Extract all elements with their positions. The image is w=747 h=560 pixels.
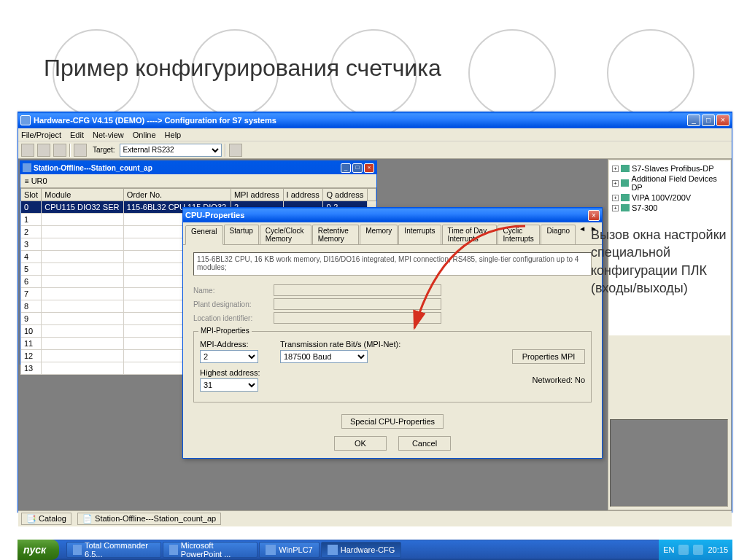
annotation-text: Вызов окна настройки специальной конфигу… xyxy=(591,226,733,297)
tree-item[interactable]: +S7-300 xyxy=(612,203,727,213)
tray-icon[interactable] xyxy=(693,545,703,555)
tab-tod[interactable]: Time of Day Interrupts xyxy=(442,225,497,244)
location-input[interactable] xyxy=(274,312,441,324)
taskbar-item[interactable]: WinPLC7 xyxy=(259,542,319,558)
tool-icon[interactable] xyxy=(21,144,34,157)
cpu-properties-dialog: CPU-Properties × General Startup Cycle/C… xyxy=(182,207,603,459)
col-iaddr: I address xyxy=(283,189,323,201)
tree-item[interactable]: +Additional Field Devices DP xyxy=(612,174,727,192)
app-window: Hardware-CFG V4.15 (DEMO) ----> Configur… xyxy=(18,112,732,513)
highest-addr-label: Highest address: xyxy=(200,368,260,377)
dialog-title: CPU-Properties xyxy=(185,211,588,219)
close-button[interactable]: × xyxy=(716,114,729,126)
menu-edit[interactable]: Edit xyxy=(70,131,84,139)
dialog-tabs: General Startup Cycle/Clock Memory Reten… xyxy=(183,222,602,245)
menu-netview[interactable]: Net-view xyxy=(93,131,124,139)
folder-icon xyxy=(621,179,630,187)
mpi-rate-label: Transmission rate Bit/s (MPI-Net): xyxy=(280,340,400,349)
system-tray: EN 20:15 xyxy=(659,540,732,560)
col-order: Order No. xyxy=(123,189,231,201)
dialog-titlebar: CPU-Properties × xyxy=(183,208,602,222)
tool-icon[interactable] xyxy=(229,144,242,157)
tab-cycle[interactable]: Cycle/Clock Memory xyxy=(260,225,311,244)
tool-icon[interactable] xyxy=(74,144,87,157)
networked-value: No xyxy=(575,376,585,384)
tree-expand-icon[interactable]: + xyxy=(612,166,619,172)
tree-expand-icon[interactable]: + xyxy=(612,180,619,187)
cancel-button[interactable]: Cancel xyxy=(398,436,451,451)
highest-addr-select[interactable]: 31 xyxy=(200,378,258,392)
station-icon xyxy=(23,163,31,172)
tool-icon[interactable] xyxy=(53,144,66,157)
app-titlebar: Hardware-CFG V4.15 (DEMO) ----> Configur… xyxy=(18,112,732,128)
station-maximize-button[interactable]: □ xyxy=(352,163,363,173)
location-label: Location identifier: xyxy=(193,314,274,322)
taskbar-item[interactable]: Total Commander 6.5... xyxy=(66,542,161,558)
app-icon xyxy=(169,545,178,555)
special-cpu-properties-button[interactable]: Special CPU-Properties xyxy=(341,414,444,429)
taskbar-item[interactable]: Microsoft PowerPoint ... xyxy=(163,542,258,558)
tab-retentive[interactable]: Retentive Memory xyxy=(312,225,360,244)
tree-item[interactable]: +VIPA 100V/200V xyxy=(612,192,727,203)
taskbar: пуск Total Commander 6.5...Microsoft Pow… xyxy=(18,540,732,560)
folder-icon xyxy=(621,165,630,172)
menubar: File/Project Edit Net-view Online Help xyxy=(18,128,732,141)
station-minimize-button[interactable]: _ xyxy=(341,163,351,173)
target-label: Target: xyxy=(93,146,115,154)
tab-cyclic[interactable]: Cyclic Interrupts xyxy=(498,225,541,244)
tab-scroll-left[interactable]: ◄ xyxy=(576,225,588,244)
tab-memory[interactable]: Memory xyxy=(360,225,398,244)
properties-mpi-button[interactable]: Properties MPI xyxy=(512,349,585,364)
plant-label: Plant designation: xyxy=(193,300,274,308)
tray-icon[interactable] xyxy=(678,545,689,555)
toolbar: Target: External RS232 xyxy=(18,141,732,159)
col-module: Module xyxy=(42,189,123,201)
mpi-addr-label: MPI-Address: xyxy=(200,340,258,349)
tree-expand-icon[interactable]: + xyxy=(612,205,619,211)
mpi-rate-select[interactable]: 187500 Baud xyxy=(280,350,368,363)
station-titlebar: Station-Offline---Station_count_ap _ □ × xyxy=(20,161,376,174)
start-button[interactable]: пуск xyxy=(18,540,59,560)
folder-icon xyxy=(621,204,630,211)
folder-icon xyxy=(621,194,630,201)
status-catalog[interactable]: 📑 Catalog xyxy=(21,513,71,525)
station-title: Station-Offline---Station_count_ap xyxy=(34,164,339,172)
menu-help[interactable]: Help xyxy=(165,131,182,139)
slide-title: Пример конфигурирования счетчика xyxy=(44,55,441,82)
plant-input[interactable] xyxy=(274,298,441,310)
tab-content: 115-6BL32 CPU, 16 KB work memory, DI16/D… xyxy=(183,245,602,436)
col-qaddr: Q address xyxy=(323,189,368,201)
app-icon xyxy=(328,545,338,555)
app-icon xyxy=(73,545,82,555)
target-select[interactable]: External RS232 xyxy=(120,144,222,157)
name-input[interactable] xyxy=(274,284,441,296)
tab-interrupts[interactable]: Interrupts xyxy=(398,225,441,244)
tool-icon[interactable] xyxy=(37,144,50,157)
lang-indicator[interactable]: EN xyxy=(663,545,674,554)
networked-label: Networked: xyxy=(533,376,573,384)
col-mpi: MPI address xyxy=(231,189,283,201)
tree-expand-icon[interactable]: + xyxy=(612,195,619,201)
minimize-button[interactable]: _ xyxy=(687,114,700,126)
mpi-addr-select[interactable]: 2 xyxy=(200,350,258,363)
name-label: Name: xyxy=(193,287,274,295)
taskbar-item[interactable]: Hardware-CFG xyxy=(321,542,402,558)
tab-diagno[interactable]: Diagno xyxy=(541,225,576,244)
menu-online[interactable]: Online xyxy=(133,131,156,139)
clock[interactable]: 20:15 xyxy=(708,545,728,554)
status-station[interactable]: 📄 Station-Offline---Station_count_ap xyxy=(77,513,221,525)
tab-general[interactable]: General xyxy=(185,225,223,245)
dialog-close-button[interactable]: × xyxy=(588,210,600,221)
menu-file[interactable]: File/Project xyxy=(21,131,61,139)
station-close-button[interactable]: × xyxy=(364,163,374,173)
maximize-button[interactable]: □ xyxy=(702,114,715,126)
ok-button[interactable]: OK xyxy=(334,436,387,451)
preview-box xyxy=(610,419,728,507)
app-statusbar: 📑 Catalog 📄 Station-Offline---Station_co… xyxy=(18,510,732,526)
cpu-description: 115-6BL32 CPU, 16 KB work memory, DI16/D… xyxy=(193,252,592,276)
app-icon xyxy=(266,545,276,555)
tab-startup[interactable]: Startup xyxy=(224,225,259,244)
col-slot: Slot xyxy=(21,189,42,201)
tree-item[interactable]: +S7-Slaves Profibus-DP xyxy=(612,163,727,174)
app-title: Hardware-CFG V4.15 (DEMO) ----> Configur… xyxy=(34,116,687,125)
